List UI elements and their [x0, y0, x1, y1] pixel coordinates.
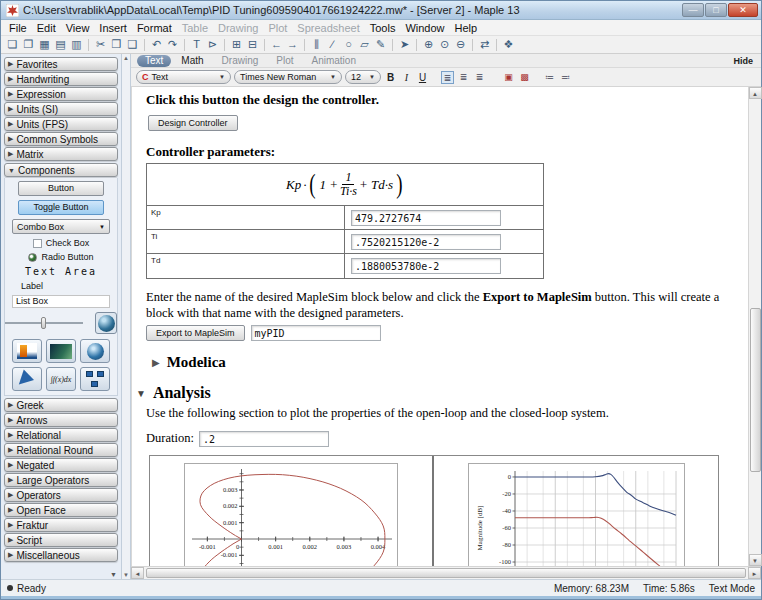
- component-rotary-dial[interactable]: [80, 339, 110, 363]
- print-preview-icon[interactable]: ▥: [69, 37, 84, 52]
- palette-relational[interactable]: ▶Relational: [4, 428, 118, 442]
- menu-file[interactable]: File: [4, 21, 32, 35]
- slider-thumb[interactable]: [41, 317, 46, 329]
- insert-component-icon[interactable]: ▩: [518, 71, 531, 84]
- undo-icon[interactable]: ↶: [149, 37, 164, 52]
- close-button[interactable]: ✕: [728, 3, 758, 17]
- numbered-list-button[interactable]: ≔: [543, 71, 556, 84]
- palette-matrix[interactable]: ▶Matrix: [4, 147, 118, 161]
- toggle-view-icon[interactable]: ⇄: [477, 37, 492, 52]
- duration-input[interactable]: .2: [199, 431, 329, 447]
- menu-edit[interactable]: Edit: [32, 21, 61, 35]
- palette-handwriting[interactable]: ▶Handwriting: [4, 72, 118, 86]
- draw-lines-icon[interactable]: ⫼: [309, 37, 324, 52]
- palette-common-symbols[interactable]: ▶Common Symbols: [4, 132, 118, 146]
- copy-icon[interactable]: ❒: [109, 37, 124, 52]
- palette-miscellaneous[interactable]: ▶Miscellaneous: [4, 548, 118, 562]
- menu-help[interactable]: Help: [450, 21, 483, 35]
- underline-button[interactable]: U: [416, 72, 429, 83]
- component-block-diagram[interactable]: [80, 367, 110, 391]
- component-radio-button[interactable]: Radio Button: [28, 252, 93, 262]
- paste-icon[interactable]: ❑: [125, 37, 140, 52]
- component-label[interactable]: Label: [21, 281, 43, 291]
- component-pointer[interactable]: [12, 367, 42, 391]
- vertical-scrollbar[interactable]: ▲ ▼: [748, 87, 761, 566]
- pointer-icon[interactable]: ➤: [397, 37, 412, 52]
- insert-table-icon[interactable]: ⊞: [229, 37, 244, 52]
- chevron-down-icon[interactable]: ▼: [136, 388, 146, 399]
- component-toggle-button[interactable]: Toggle Button: [18, 200, 104, 215]
- tab-plot[interactable]: Plot: [268, 55, 301, 66]
- zoom-in-icon[interactable]: ⊕: [421, 37, 436, 52]
- font-dropdown[interactable]: Times New Roman ▼: [234, 70, 342, 84]
- draw-shapes-icon[interactable]: ▱: [357, 37, 372, 52]
- palette-units-fps-[interactable]: ▶Units (FPS): [4, 117, 118, 131]
- scroll-left-icon[interactable]: ◄: [131, 567, 144, 579]
- draw-freehand-icon[interactable]: ✎: [373, 37, 388, 52]
- palette-components[interactable]: ▼ Components: [4, 163, 118, 177]
- param-value-input[interactable]: .7520215120e-2: [351, 234, 501, 250]
- component-list-box[interactable]: List Box: [12, 295, 110, 308]
- draw-oval-icon[interactable]: ○: [341, 37, 356, 52]
- component-math-expression[interactable]: ∫f(x)dx: [46, 367, 76, 391]
- palette-favorites[interactable]: ▶Favorites: [4, 57, 118, 71]
- new-document-icon[interactable]: ❏: [5, 37, 20, 52]
- scroll-right-icon[interactable]: ►: [748, 567, 761, 579]
- bullet-list-button[interactable]: ≕: [559, 71, 572, 84]
- component-meter[interactable]: [12, 339, 42, 363]
- modelica-section-header[interactable]: ▶ Modelica: [152, 354, 748, 371]
- zoom-out-icon[interactable]: ⊖: [453, 37, 468, 52]
- italic-button[interactable]: I: [400, 72, 413, 83]
- palette-script[interactable]: ▶Script: [4, 533, 118, 547]
- component-combo-box[interactable]: Combo Box ▼: [12, 219, 110, 234]
- style-dropdown[interactable]: CText ▼: [136, 70, 231, 84]
- analysis-section-header[interactable]: ▼ Analysis: [136, 384, 748, 402]
- scroll-down-icon[interactable]: ▼: [749, 554, 762, 566]
- palette-fraktur[interactable]: ▶Fraktur: [4, 518, 118, 532]
- insert-math-icon[interactable]: ⊳: [205, 37, 220, 52]
- palette-large-operators[interactable]: ▶Large Operators: [4, 473, 118, 487]
- align-center-button[interactable]: ≣: [457, 71, 470, 84]
- design-controller-button[interactable]: Design Controller: [148, 115, 238, 131]
- component-slider[interactable]: [5, 317, 83, 329]
- insert-image-icon[interactable]: ▣: [502, 71, 515, 84]
- dock-scroll-down-icon[interactable]: ▼: [110, 571, 117, 578]
- save-icon[interactable]: ▦: [37, 37, 52, 52]
- tab-math[interactable]: Math: [173, 55, 211, 66]
- draw-line-icon[interactable]: ∕: [325, 37, 340, 52]
- hide-palettes-button[interactable]: Hide: [733, 56, 761, 66]
- palette-dock-scrollbar[interactable]: ▲ ▼: [122, 54, 131, 579]
- tab-drawing[interactable]: Drawing: [214, 55, 267, 66]
- chevron-right-icon[interactable]: ▶: [152, 357, 160, 368]
- block-name-input[interactable]: myPID: [251, 325, 381, 341]
- param-value-input[interactable]: 479.2727674: [351, 210, 501, 226]
- tab-text[interactable]: Text: [137, 55, 171, 67]
- palette-units-si-[interactable]: ▶Units (SI): [4, 102, 118, 116]
- palette-operators[interactable]: ▶Operators: [4, 488, 118, 502]
- palette-arrows[interactable]: ▶Arrows: [4, 413, 118, 427]
- print-icon[interactable]: ▤: [53, 37, 68, 52]
- component-plot-window[interactable]: [46, 339, 76, 363]
- palette-expression[interactable]: ▶Expression: [4, 87, 118, 101]
- worksheet[interactable]: Click this button the design the control…: [131, 87, 748, 566]
- maximize-button[interactable]: □: [705, 3, 727, 17]
- menu-tools[interactable]: Tools: [365, 21, 401, 35]
- horizontal-scrollbar[interactable]: ◄ ►: [131, 566, 761, 579]
- export-to-maplesim-button[interactable]: Export to MapleSim: [146, 325, 245, 341]
- menu-format[interactable]: Format: [132, 21, 177, 35]
- zoom-default-icon[interactable]: ⊙: [437, 37, 452, 52]
- hscroll-thumb[interactable]: [146, 568, 746, 578]
- insert-text-icon[interactable]: T: [189, 37, 204, 52]
- menu-insert[interactable]: Insert: [94, 21, 132, 35]
- hscroll-track[interactable]: [144, 567, 748, 579]
- palette-greek[interactable]: ▶Greek: [4, 398, 118, 412]
- palette-open-face[interactable]: ▶Open Face: [4, 503, 118, 517]
- tab-animation[interactable]: Animation: [304, 55, 364, 66]
- font-size-dropdown[interactable]: 12 ▼: [345, 70, 381, 84]
- insert-spreadsheet-icon[interactable]: ⊟: [245, 37, 260, 52]
- component-button[interactable]: Button: [18, 181, 104, 196]
- scroll-up-icon[interactable]: ▲: [749, 87, 762, 99]
- component-check-box[interactable]: Check Box: [33, 238, 90, 248]
- back-icon[interactable]: ←: [269, 37, 284, 52]
- cut-icon[interactable]: ✂: [93, 37, 108, 52]
